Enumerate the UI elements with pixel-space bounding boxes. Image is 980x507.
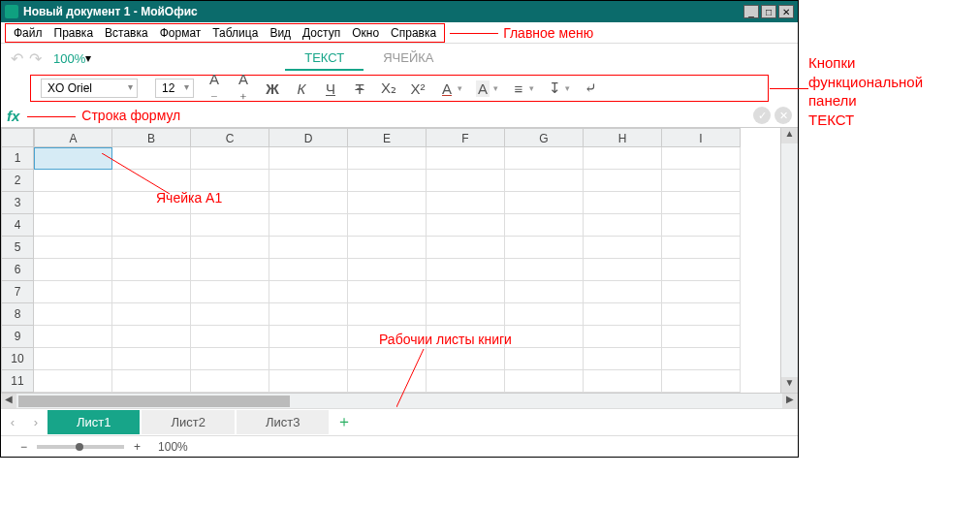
cell-G6[interactable] — [505, 259, 584, 281]
decrease-font-icon[interactable]: A﹣ — [205, 71, 223, 106]
cell-C7[interactable] — [191, 281, 269, 303]
cell-G9[interactable] — [505, 326, 584, 348]
cell-E9[interactable] — [348, 326, 427, 348]
menu-help[interactable]: Справка — [385, 24, 442, 42]
cell-H11[interactable] — [584, 370, 662, 393]
cell-D9[interactable] — [269, 326, 348, 348]
cell-E10[interactable] — [348, 348, 427, 370]
cell-I3[interactable] — [662, 192, 741, 214]
cell-C3[interactable] — [191, 192, 269, 214]
row-header-5[interactable]: 5 — [1, 237, 34, 259]
add-sheet-icon[interactable]: ＋ — [336, 412, 352, 432]
align-v-dropdown-icon[interactable]: ▾ — [565, 83, 570, 93]
cell-E8[interactable] — [348, 303, 427, 326]
col-header-I[interactable]: I — [662, 128, 741, 147]
cell-G4[interactable] — [505, 214, 584, 237]
cell-B1[interactable] — [112, 147, 191, 170]
cell-I4[interactable] — [662, 214, 741, 237]
cell-G5[interactable] — [505, 237, 584, 259]
row-header-8[interactable]: 8 — [1, 303, 34, 326]
cell-F10[interactable] — [427, 348, 505, 370]
scroll-down-icon[interactable]: ▼ — [781, 377, 798, 393]
cell-E6[interactable] — [348, 259, 427, 281]
cell-H4[interactable] — [584, 214, 662, 237]
row-header-6[interactable]: 6 — [1, 259, 34, 281]
cell-E5[interactable] — [348, 237, 427, 259]
cell-A7[interactable] — [34, 281, 112, 303]
cell-E7[interactable] — [348, 281, 427, 303]
maximize-button[interactable]: □ — [761, 5, 776, 18]
cell-F11[interactable] — [427, 370, 505, 393]
cell-B3[interactable] — [112, 192, 191, 214]
cell-C4[interactable] — [191, 214, 269, 237]
increase-font-icon[interactable]: A﹢ — [235, 71, 252, 106]
font-size-select[interactable]: 12 — [155, 79, 194, 98]
cell-C5[interactable] — [191, 237, 269, 259]
cell-B5[interactable] — [112, 237, 191, 259]
cell-F3[interactable] — [427, 192, 505, 214]
cell-B8[interactable] — [112, 303, 191, 326]
select-all-corner[interactable] — [1, 128, 34, 147]
sheet-tab-1[interactable]: Лист1 — [47, 410, 140, 434]
cell-C6[interactable] — [191, 259, 269, 281]
cell-D7[interactable] — [269, 281, 348, 303]
cell-B10[interactable] — [112, 348, 191, 370]
cell-D5[interactable] — [269, 237, 348, 259]
align-horizontal-icon[interactable]: ≡ — [510, 80, 527, 97]
cell-D1[interactable] — [269, 147, 348, 170]
underline-icon[interactable]: Ч — [322, 80, 339, 97]
cell-G3[interactable] — [505, 192, 584, 214]
row-header-2[interactable]: 2 — [1, 170, 34, 192]
scroll-up-icon[interactable]: ▲ — [781, 128, 798, 143]
menu-view[interactable]: Вид — [264, 24, 297, 42]
cell-A1[interactable] — [34, 147, 112, 170]
row-header-1[interactable]: 1 — [1, 147, 34, 170]
cell-A6[interactable] — [34, 259, 112, 281]
cell-F9[interactable] — [427, 326, 505, 348]
cell-G10[interactable] — [505, 348, 584, 370]
close-button[interactable]: ✕ — [778, 5, 794, 18]
cell-B6[interactable] — [112, 259, 191, 281]
sheet-tab-2[interactable]: Лист2 — [142, 410, 234, 434]
cell-E3[interactable] — [348, 192, 427, 214]
fx-icon[interactable]: fx — [7, 108, 19, 124]
menu-format[interactable]: Формат — [154, 24, 207, 42]
cell-A11[interactable] — [34, 370, 112, 393]
cell-D3[interactable] — [269, 192, 348, 214]
cell-I2[interactable] — [662, 170, 741, 192]
col-header-H[interactable]: H — [584, 128, 662, 147]
cell-E11[interactable] — [348, 370, 427, 393]
cell-G8[interactable] — [505, 303, 584, 326]
menu-file[interactable]: Файл — [8, 24, 48, 42]
cell-H2[interactable] — [584, 170, 662, 192]
accept-formula-icon[interactable]: ✓ — [753, 107, 771, 124]
cell-G7[interactable] — [505, 281, 584, 303]
cell-H6[interactable] — [584, 259, 662, 281]
cell-C11[interactable] — [191, 370, 269, 393]
cell-C8[interactable] — [191, 303, 269, 326]
cell-H3[interactable] — [584, 192, 662, 214]
undo-button[interactable]: ↶ — [11, 49, 23, 68]
cell-E4[interactable] — [348, 214, 427, 237]
cell-F6[interactable] — [427, 259, 505, 281]
cell-G2[interactable] — [505, 170, 584, 192]
strikethrough-icon[interactable]: Ŧ — [351, 80, 368, 97]
cancel-formula-icon[interactable]: ✕ — [775, 107, 792, 124]
sheet-tab-3[interactable]: Лист3 — [237, 410, 329, 434]
font-color-icon[interactable]: A — [438, 80, 456, 97]
cell-H5[interactable] — [584, 237, 662, 259]
align-h-dropdown-icon[interactable]: ▾ — [529, 83, 534, 93]
scroll-right-icon[interactable]: ▶ — [782, 394, 798, 408]
tab-text[interactable]: ТЕКСТ — [285, 47, 364, 71]
cell-C10[interactable] — [191, 348, 269, 370]
cell-H8[interactable] — [584, 303, 662, 326]
cell-B7[interactable] — [112, 281, 191, 303]
cell-A3[interactable] — [34, 192, 112, 214]
menu-insert[interactable]: Вставка — [99, 24, 154, 42]
cell-C2[interactable] — [191, 170, 269, 192]
cell-G1[interactable] — [505, 147, 584, 170]
cell-F5[interactable] — [427, 237, 505, 259]
font-color-dropdown-icon[interactable]: ▾ — [458, 83, 462, 93]
zoom-value[interactable]: 100% — [53, 51, 85, 66]
cell-B4[interactable] — [112, 214, 191, 237]
